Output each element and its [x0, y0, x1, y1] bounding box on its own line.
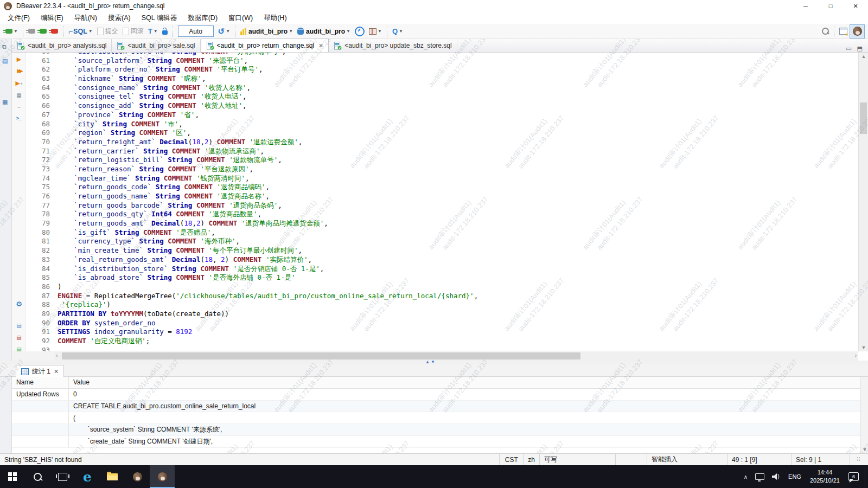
menu-item[interactable]: 窗口(W) — [223, 12, 258, 24]
editor-tab[interactable]: <audit_bi_pro> return_change.sql✕ — [201, 38, 329, 52]
sash-collapse-icons[interactable]: ▲▼ — [425, 359, 436, 364]
scroll-down-icon[interactable]: ▼ — [861, 447, 868, 452]
code-line[interactable]: 67 `province` String COMMENT '省', — [26, 111, 858, 120]
editor-tab[interactable]: <audit_bi_pro> sale.sql — [112, 39, 200, 52]
connection-selector[interactable]: audit_bi_pro▼ — [239, 25, 295, 38]
edge-browser-button[interactable]: e — [75, 465, 100, 488]
scroll-right-icon[interactable]: › — [855, 352, 857, 358]
editor-tab[interactable]: <audit_bi_pro> update_sbz_store.sql — [329, 39, 457, 52]
maximize-editor-icon[interactable]: ⬒ — [857, 45, 863, 52]
menu-item[interactable]: 帮助(H) — [258, 12, 292, 24]
code-line[interactable]: 65 `consignee_tel` String COMMENT '收货人电话… — [26, 92, 858, 101]
code-line[interactable]: 60 `distribution_store_no` String COMMEN… — [26, 53, 858, 56]
code-line[interactable]: 93 — [26, 346, 858, 351]
new-connection-button[interactable]: ▼ — [4, 25, 20, 38]
status-language[interactable]: zh — [523, 454, 539, 465]
save-script-icon[interactable]: ▤ — [12, 335, 26, 341]
code-line[interactable]: 89PARTITION BY toYYYYMM(toDate(create_da… — [26, 310, 858, 319]
menu-item[interactable]: SQL 编辑器 — [136, 12, 183, 24]
minimize-editor-icon[interactable]: ▭ — [846, 45, 851, 52]
code-line[interactable]: 78 `return_goods_qty` Int64 COMMENT '退货商… — [26, 210, 858, 219]
menu-item[interactable]: 数据库(D) — [182, 12, 223, 24]
transaction-log-button[interactable]: T▼ — [146, 25, 159, 38]
code-line[interactable]: 90ORDER BY system_order_no — [26, 319, 858, 328]
input-language-button[interactable]: ENG — [784, 465, 805, 488]
db-navigator-icon[interactable]: ▤ — [2, 57, 8, 65]
code-line[interactable]: 86) — [26, 282, 858, 292]
execute-script-icon[interactable]: ▶▶ — [12, 68, 26, 74]
scroll-up-icon[interactable]: ▲ — [859, 54, 868, 59]
taskbar-clock[interactable]: 14:44 2025/10/21 — [805, 468, 845, 485]
status-timezone[interactable]: CST — [499, 454, 523, 465]
maximize-button[interactable]: □ — [818, 0, 843, 12]
explain-plan-icon[interactable]: ▦ — [12, 92, 26, 98]
panel-sash[interactable]: ▲▼ — [0, 361, 868, 364]
connect-button[interactable] — [27, 25, 37, 38]
lock-button[interactable] — [161, 25, 169, 38]
code-line[interactable]: 77 `return_goods_barcode` String COMMENT… — [26, 201, 858, 210]
schema-selector[interactable]: audit_bi_pro▼ — [296, 25, 352, 38]
menu-item[interactable]: 编辑(E) — [35, 12, 69, 24]
task-button[interactable]: ▼ — [367, 25, 384, 38]
new-table-button[interactable] — [838, 25, 849, 38]
code-line[interactable]: 81 `currency_type` String COMMENT '海外币种'… — [26, 237, 858, 246]
code-line[interactable]: 87ENGINE = ReplicatedMergeTree('/clickho… — [26, 292, 858, 301]
column-header-value[interactable]: Value — [69, 378, 90, 386]
code-line[interactable]: 62 `platform_order_no` String COMMENT '平… — [26, 65, 858, 74]
sql-editor-button[interactable]: ⌐SQL▼ — [67, 25, 94, 38]
tray-expand-button[interactable]: ∧ — [740, 465, 751, 488]
code-line[interactable]: 76 `return_goods_name` String COMMENT '退… — [26, 192, 858, 201]
tray-volume-button[interactable]: ) — [768, 465, 784, 488]
code-line[interactable]: 69 `region` String COMMENT '区', — [26, 129, 858, 138]
code-line[interactable]: 88 '{replica}') — [26, 300, 858, 310]
tab-statistics[interactable]: 统计 1 ✕ — [16, 365, 64, 377]
editor-vertical-scrollbar[interactable]: ▲ ▼ — [858, 53, 868, 351]
code-line[interactable]: 80 `is_gift` String COMMENT '是否赠品', — [26, 228, 858, 237]
action-center-button[interactable]: 6 — [845, 465, 863, 488]
code-line[interactable]: 79 `return_goods_amt` Decimal(18,2) COMM… — [26, 219, 858, 228]
tray-display-button[interactable] — [751, 465, 768, 488]
table-row[interactable]: CREATE TABLE audit_bi_pro.custom_online_… — [12, 401, 860, 413]
dbeaver-taskbar-button-active[interactable] — [150, 465, 175, 488]
sql-editor[interactable]: 60 `distribution_store_no` String COMMEN… — [26, 53, 858, 351]
project-view-icon[interactable]: ▦ — [2, 99, 8, 106]
quick-search-button[interactable] — [820, 25, 831, 38]
code-line[interactable]: 75 `return_goods_code` String COMMENT '退… — [26, 183, 858, 192]
minimize-button[interactable]: ─ — [793, 0, 818, 12]
code-line[interactable]: 91SETTINGS index_granularity = 8192 — [26, 328, 858, 337]
query-history-button[interactable]: ↺▼ — [216, 25, 232, 38]
code-line[interactable]: 64 `consignee_name` String COMMENT '收货人名… — [26, 84, 858, 93]
start-button[interactable] — [0, 465, 25, 488]
code-line[interactable]: 73 `return_reason` String COMMENT '平台退款原… — [26, 165, 858, 174]
table-row[interactable]: Updated Rows0 — [12, 389, 860, 401]
dbeaver-taskbar-button[interactable] — [125, 465, 150, 488]
code-line[interactable]: 61 `source_platform` String COMMENT '来源平… — [26, 56, 858, 66]
code-line[interactable]: 74 `mgclear_time` String COMMENT '钱货两清时间… — [26, 174, 858, 183]
menu-item[interactable]: 文件(F) — [2, 12, 35, 24]
taskbar-search-button[interactable] — [25, 465, 50, 488]
code-line[interactable]: 63 `nickname` String COMMENT '昵称', — [26, 74, 858, 84]
show-desktop-button[interactable] — [865, 465, 868, 488]
db-search-button[interactable]: Q▼ — [391, 25, 405, 38]
close-button[interactable]: ✕ — [843, 0, 868, 12]
scroll-left-icon[interactable]: ‹ — [56, 352, 58, 358]
code-line[interactable]: 82 `min_create_time` String COMMENT '每个平… — [26, 246, 858, 255]
code-line[interactable]: 85 `is_abroad_store` String COMMENT '是否海… — [26, 273, 858, 282]
sql-console-icon[interactable]: >_ — [12, 115, 26, 121]
table-row[interactable]: `create_date` String COMMENT '创建日期', — [12, 436, 860, 448]
code-line[interactable]: 66 `consignee_add` String COMMENT '收货人地址… — [26, 101, 858, 111]
code-line[interactable]: 84 `is_distribution_store` String COMMEN… — [26, 265, 858, 274]
task-view-button[interactable] — [50, 465, 75, 488]
execute-statement-icon[interactable]: ▶ — [12, 56, 26, 63]
execute-new-tab-icon[interactable]: ▶+ — [12, 80, 26, 87]
commit-button[interactable]: 提交 — [95, 25, 120, 38]
column-header-name[interactable]: Name — [12, 377, 69, 388]
disconnect-button[interactable] — [49, 25, 60, 38]
reconnect-button[interactable] — [38, 25, 48, 38]
close-icon[interactable]: ✕ — [54, 368, 59, 375]
code-line[interactable]: 72 `return_logistic_bill` String COMMENT… — [26, 156, 858, 165]
file-explorer-button[interactable] — [100, 465, 125, 488]
vertical-scroll-thumb[interactable] — [860, 102, 867, 134]
rollback-button[interactable]: 回滚 — [121, 25, 145, 38]
status-caret-position[interactable]: 49 : 1 [9] — [727, 454, 791, 465]
